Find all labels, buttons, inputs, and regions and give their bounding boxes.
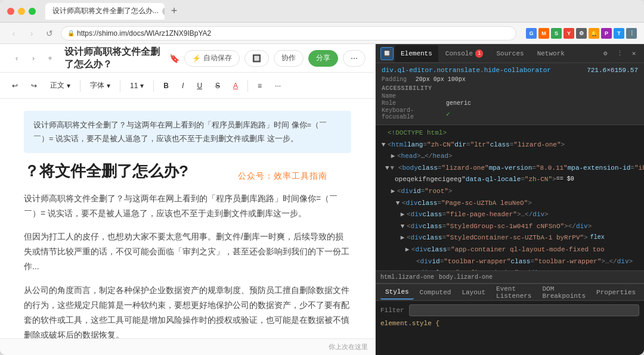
css-selector: element.style { (380, 320, 439, 327)
para1-text: 设计师高职将文件全删了？与这两年在网上看到的「程序员删库跑路」时间像你=（￣ ￣… (24, 194, 338, 218)
highlighted-text: 设计师高职将文件全删了？与这两年在网上看到的「程序员删库跑路」时间 像你=（￣ … (33, 118, 342, 146)
breadcrumb-html[interactable]: html.lizard-one (380, 274, 434, 281)
element-class-path: div.ql-editor.notranslate.hide-collabora… (382, 67, 551, 74)
acc-focusable-row: Keyboard-focusable ✓ (382, 107, 638, 120)
refresh-button[interactable]: ↺ (43, 27, 56, 40)
autosave-btn[interactable]: ⚡ 自动保存 (184, 50, 240, 67)
html-body[interactable]: ▼ ▼ <body class="lizard-one" mpa-version… (376, 163, 644, 175)
ext-icon-6[interactable]: 🔔 (589, 28, 599, 39)
html-file-header[interactable]: ▶ <div class="file-page-header" >…</div> (376, 209, 644, 221)
tab-event-listeners[interactable]: Event Listeners (491, 285, 536, 300)
bottom-tabs: Styles Computed Layout Event Listeners D… (376, 284, 644, 301)
settings-icon[interactable]: ⚙ (600, 48, 611, 59)
padding-label: Padding (382, 76, 407, 83)
address-bar[interactable]: 🔒 https://shimo.im/docs/WlArz1ZNX9IBpYA2 (61, 26, 516, 41)
back-button[interactable]: ‹ (7, 27, 20, 40)
close-button[interactable] (7, 8, 14, 15)
breadcrumb-body[interactable]: body.lizard-one (439, 274, 493, 281)
html-body-cont: opeqekifngecigeeg" data-ql-locale="zh-CN… (376, 174, 644, 186)
tab-close-button[interactable]: × (162, 7, 165, 15)
tab-dom-breakpoints[interactable]: DOM Breakpoints (537, 285, 590, 300)
tab-computed[interactable]: Computed (415, 285, 456, 300)
tab-sources-label: Sources (496, 50, 524, 57)
close-devtools-icon[interactable]: ✕ (628, 48, 639, 59)
align-btn[interactable]: ≡ (253, 77, 267, 94)
share-btn[interactable]: 分享 (308, 50, 338, 67)
element-size: 721.6×6159.57 (587, 67, 638, 74)
ext-icon-3[interactable]: S (551, 28, 562, 39)
html-app-container[interactable]: ▶ <div class="app-container ql-layout-mo… (376, 244, 644, 256)
strike-btn[interactable]: S (210, 77, 225, 94)
html-toolbar-wrapper[interactable]: <div id="toolbar-wrapper" class="toolbar… (376, 256, 644, 268)
color-label: A (233, 82, 238, 90)
undo-btn[interactable]: ↩ (7, 77, 23, 94)
doc-content[interactable]: 设计师高职将文件全删了？与这两年在网上看到的「程序员删库跑路」时间 像你=（￣ … (0, 99, 375, 338)
traffic-lights (7, 8, 36, 15)
tab-console[interactable]: Console 1 (439, 45, 490, 62)
collab-btn[interactable]: 协作 (274, 50, 304, 67)
bold-label: B (163, 82, 169, 90)
sidebar-btn[interactable]: 🔲 (244, 50, 269, 67)
ext-icon-1[interactable]: G (526, 28, 537, 39)
format-arrow: ▾ (67, 82, 70, 90)
ext-icon-5[interactable]: ⚙ (576, 28, 587, 39)
toolbar-sep-1 (80, 80, 80, 92)
ext-icon-2[interactable]: M (538, 28, 549, 39)
autosave-icon: ⚡ (192, 54, 201, 63)
ext-icon-7[interactable]: P (601, 28, 612, 39)
tab-elements[interactable]: Elements (395, 45, 438, 62)
tab-computed-label: Computed (420, 289, 451, 296)
tab-layout-label: Layout (462, 289, 485, 296)
more-toolbar-btn[interactable]: ··· (270, 77, 286, 94)
html-tree[interactable]: <!DOCTYPE html> ▼ <html lang="zh-CN" dir… (376, 125, 644, 270)
ext-icon-8[interactable]: T (614, 28, 624, 39)
doc-nav-forward[interactable]: › (26, 51, 41, 66)
maximize-button[interactable] (29, 8, 36, 15)
bookmark-icon[interactable]: 🔖 (169, 54, 179, 63)
tab-network[interactable]: Network (531, 45, 571, 62)
doc-nav-plus[interactable]: + (43, 51, 57, 66)
new-tab-button[interactable]: + (167, 4, 181, 18)
bold-btn[interactable]: B (159, 77, 174, 94)
tab-sources[interactable]: Sources (490, 45, 530, 62)
more-btn[interactable]: ⋯ (343, 50, 366, 67)
acc-role-label: Role (382, 100, 441, 107)
underline-btn[interactable]: U (192, 77, 207, 94)
redo-btn[interactable]: ↪ (26, 77, 42, 94)
tab-properties[interactable]: Properties (592, 285, 640, 300)
content-area: ‹ › + 设计师高职将文件全删了怎么办？ 🔖 ⚡ 自动保存 🔲 协作 分享 ⋯ (0, 44, 644, 355)
doc-title: 设计师高职将文件全删了怎么办？ (64, 46, 162, 71)
doc-nav-back[interactable]: ‹ (10, 51, 24, 66)
tab-accessibility[interactable]: Accessibility (642, 285, 644, 300)
devtools-more-icon[interactable]: ⋮ (614, 48, 625, 59)
lock-icon: 🔒 (67, 30, 75, 36)
html-head[interactable]: ▶ <head> … </head> (376, 151, 644, 163)
para3: 从公司的角度而言，制定各种保护企业数据资产的规章制度、预防员工擅自删除数据文件的… (24, 283, 351, 338)
inspect-icon[interactable]: 🔲 (380, 47, 394, 60)
highlight-content: 设计师高职将文件全删了？与这两年在网上看到的「程序员删库跑路」时间 像你=（￣ … (33, 120, 327, 143)
tab-title: 设计师高职将文件全删了怎么办... (52, 6, 159, 16)
forward-button[interactable]: › (25, 27, 38, 40)
html-tag[interactable]: ▼ <html lang="zh-CN" dir="ltr" class="li… (376, 139, 644, 151)
acc-focusable-check: ✓ (446, 110, 450, 118)
active-tab[interactable]: 设计师高职将文件全删了怎么办... × (45, 3, 165, 20)
ext-icon-9[interactable]: ⋮ (626, 28, 637, 39)
html-styled-container[interactable]: ▶ <div class="StyledContainer-sc-UZTbA-1… (376, 232, 644, 244)
html-page[interactable]: ▼ <div class="Page-sc-UZTbA leuNeO" > (376, 198, 644, 210)
footer-text: 你上次在这里 (329, 342, 368, 351)
color-btn[interactable]: A (228, 77, 243, 94)
tab-styles[interactable]: Styles (380, 285, 414, 300)
format-btn[interactable]: 正文 ▾ (45, 77, 75, 94)
browser-window: 设计师高职将文件全删了怎么办... × + ‹ › ↺ 🔒 https://sh… (0, 0, 644, 355)
tab-layout[interactable]: Layout (457, 285, 490, 300)
italic-btn[interactable]: I (177, 77, 188, 94)
html-root[interactable]: ▶ <div id="root" > (376, 186, 644, 198)
size-btn[interactable]: 11 ▾ (125, 77, 148, 94)
font-btn[interactable]: 字体 ▾ (85, 77, 115, 94)
acc-name-row: Name (382, 93, 638, 99)
minimize-button[interactable] (18, 8, 25, 15)
filter-input[interactable] (409, 304, 639, 316)
ext-icon-4[interactable]: Y (564, 28, 574, 39)
editor-panel: ‹ › + 设计师高职将文件全删了怎么办？ 🔖 ⚡ 自动保存 🔲 协作 分享 ⋯ (0, 44, 376, 355)
html-styled-group[interactable]: ▼ <div class="StyledGroup-sc-1w041f cNFS… (376, 221, 644, 233)
